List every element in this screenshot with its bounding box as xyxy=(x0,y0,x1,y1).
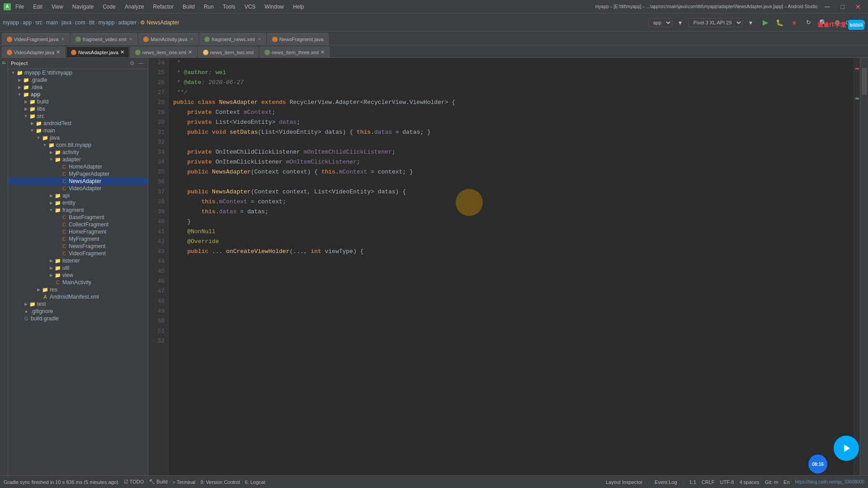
logcat-tab[interactable]: 6: Logcat xyxy=(245,479,265,485)
tree-item-idea[interactable]: ▶ 📁 .idea xyxy=(8,84,148,91)
tree-item-java[interactable]: ▼ 📁 java xyxy=(8,134,148,141)
tab-close[interactable]: ✕ xyxy=(258,37,261,42)
tab-close[interactable]: ✕ xyxy=(56,49,60,55)
menu-refactor[interactable]: Refactor xyxy=(151,3,175,11)
menu-build[interactable]: Build xyxy=(181,3,197,11)
tab-close[interactable]: ✕ xyxy=(188,49,192,55)
bc-app[interactable]: app xyxy=(23,19,32,26)
menu-tools[interactable]: Tools xyxy=(221,3,237,11)
maximize-btn[interactable]: □ xyxy=(837,3,848,10)
tab-close[interactable]: ✕ xyxy=(61,37,65,42)
encoding[interactable]: UTF-8 xyxy=(720,479,734,485)
tree-item-api[interactable]: ▶ 📁 api xyxy=(8,192,148,199)
tab-close[interactable]: ✕ xyxy=(321,49,325,55)
tree-item-main[interactable]: ▼ 📁 main xyxy=(8,127,148,134)
close-btn[interactable]: ✕ xyxy=(852,3,864,10)
tree-item-res[interactable]: ▶ 📁 res xyxy=(8,286,148,293)
line-ending[interactable]: CRLF xyxy=(702,479,715,485)
menu-window[interactable]: Window xyxy=(263,3,286,11)
run-config-arrow[interactable]: ▾ xyxy=(674,16,687,29)
tree-item-gradle[interactable]: ▶ 📁 .gradle xyxy=(8,76,148,84)
tab-fragment-news-xml[interactable]: fragment_news.xml ✕ xyxy=(199,33,266,45)
tree-item-androidtest[interactable]: ▶ 📁 androidTest xyxy=(8,120,148,127)
tree-item-listener[interactable]: ▶ 📁 listener xyxy=(8,257,148,264)
tree-item-homeadapter[interactable]: C HomeAdapter xyxy=(8,163,148,170)
tree-item-mainactivity[interactable]: C MainActivity xyxy=(8,279,148,286)
todo-tab[interactable]: ☑ TODO xyxy=(124,479,144,485)
bilibili-button[interactable] xyxy=(834,436,859,461)
debug-button[interactable]: 🐛 xyxy=(774,16,786,29)
tree-item-view[interactable]: ▶ 📁 view xyxy=(8,272,148,279)
run-button[interactable]: ▶ xyxy=(759,16,772,29)
menu-vcs[interactable]: VCS xyxy=(243,3,258,11)
tree-item-libs[interactable]: ▶ 📁 libs xyxy=(8,105,148,113)
sidebar-minimize[interactable]: — xyxy=(137,60,145,67)
menu-run[interactable]: Run xyxy=(202,3,216,11)
device-selector[interactable]: Pixel 3 XL API 29 xyxy=(689,18,743,27)
bottom-tabs[interactable]: ☑ TODO | 🔨 Build | > Terminal | 9: Versi… xyxy=(124,479,265,485)
tree-item-myapp[interactable]: ▼ 📁 myapp E:\ttit\myapp xyxy=(8,69,148,76)
tree-item-buildgradle[interactable]: G build.gradle xyxy=(8,315,148,322)
bc-myapp[interactable]: myapp xyxy=(3,19,19,26)
minimize-btn[interactable]: ─ xyxy=(821,3,833,11)
menu-analyze[interactable]: Analyze xyxy=(123,3,146,11)
title-menus[interactable]: File Edit View Navigate Code Analyze Ref… xyxy=(14,3,592,11)
stop-button[interactable]: ■ xyxy=(788,16,801,29)
scroll-thumb[interactable] xyxy=(862,68,867,95)
tree-item-test[interactable]: ▶ 📁 test xyxy=(8,300,148,308)
bc-com[interactable]: com xyxy=(75,19,85,26)
tab-close[interactable]: ✕ xyxy=(190,37,193,42)
tree-item-build[interactable]: ▶ 📁 build xyxy=(8,98,148,105)
terminal-tab[interactable]: > Terminal xyxy=(172,479,195,485)
blog-url[interactable]: https://blog.csdn.net/qq_33608000 xyxy=(795,479,864,484)
menu-navigate[interactable]: Navigate xyxy=(71,3,95,11)
tree-item-videofragment[interactable]: C VideoFragment xyxy=(8,250,148,257)
tab-mainactivity[interactable]: MainActivity.java ✕ xyxy=(138,33,198,45)
menu-edit[interactable]: Edit xyxy=(31,3,44,11)
menu-file[interactable]: File xyxy=(14,3,26,11)
app-target-selector[interactable]: app xyxy=(648,18,672,27)
tab2-news-item-two-xml[interactable]: news_item_two.xml xyxy=(198,47,259,57)
tab2-newsadapter[interactable]: NewsAdapter.java ✕ xyxy=(66,47,129,57)
tree-item-adapter[interactable]: ▼ 📁 adapter xyxy=(8,156,148,163)
tab-fragment-video-xml[interactable]: fragment_video.xml ✕ xyxy=(71,33,137,45)
tab-close[interactable]: ✕ xyxy=(129,37,132,42)
layout-inspector-btn[interactable]: Layout Inspector xyxy=(606,479,642,485)
tree-item-gitignore[interactable]: ● .gitignore xyxy=(8,308,148,315)
tree-item-myfragment[interactable]: C MyFragment xyxy=(8,235,148,243)
menu-help[interactable]: Help xyxy=(291,3,306,11)
event-log-btn[interactable]: Event Log xyxy=(655,479,677,485)
tree-item-fragment[interactable]: ▼ 📁 fragment xyxy=(8,206,148,214)
sync-button[interactable]: ↻ xyxy=(802,16,815,29)
tree-item-newsadapter[interactable]: C NewsAdapter xyxy=(8,178,148,185)
tab-videofragment[interactable]: VideoFragment.java ✕ xyxy=(2,33,70,45)
vc-tab[interactable]: 9: Version Control xyxy=(200,479,240,485)
tree-item-app[interactable]: ▼ 📁 app xyxy=(8,91,148,98)
bc-newsadapter[interactable]: ⚙ NewsAdapter xyxy=(140,19,179,26)
tab-newsfragment[interactable]: NewsFragment.java xyxy=(267,33,329,45)
device-arrow[interactable]: ▾ xyxy=(745,16,757,29)
bc-java[interactable]: java xyxy=(61,19,71,26)
tree-item-util[interactable]: ▶ 📁 util xyxy=(8,264,148,272)
indent-info[interactable]: 4 spaces xyxy=(740,479,760,485)
tree-item-src[interactable]: ▼ 📁 src xyxy=(8,113,148,120)
sidebar-settings[interactable]: ⚙ xyxy=(128,60,136,67)
tree-item-homefragment[interactable]: C HomeFragment xyxy=(8,228,148,235)
bc-main[interactable]: main xyxy=(46,19,58,26)
tree-item-collectfragment[interactable]: C CollectFragment xyxy=(8,221,148,228)
tree-item-com-ttit[interactable]: ▼ 📁 com.ttit.myapp xyxy=(8,141,148,149)
bc-adapter[interactable]: adapter xyxy=(118,19,137,26)
menu-view[interactable]: View xyxy=(50,3,65,11)
bc-ttit[interactable]: ttit xyxy=(89,19,95,26)
tree-item-entity[interactable]: ▶ 📁 entity xyxy=(8,199,148,206)
tab2-news-item-one-xml[interactable]: news_item_one.xml ✕ xyxy=(130,47,197,57)
tree-item-basefragment[interactable]: C BaseFragment xyxy=(8,214,148,221)
bc-myapp2[interactable]: myapp xyxy=(98,19,114,26)
sidebar-tools[interactable]: ⚙ — xyxy=(128,60,145,67)
tab2-news-item-three-xml[interactable]: news_item_three.xml ✕ xyxy=(259,47,330,57)
tree-item-mypageradapter[interactable]: C MyPagerAdapter xyxy=(8,170,148,178)
breadcrumb[interactable]: myapp › app › src › main › java › com › … xyxy=(3,19,179,26)
tree-item-videoadapter[interactable]: C VideoAdapter xyxy=(8,185,148,192)
code-editor[interactable]: 24 25 26 27 28 29 30 31 32 33 34 35 36 3… xyxy=(148,58,860,475)
menu-code[interactable]: Code xyxy=(101,3,118,11)
